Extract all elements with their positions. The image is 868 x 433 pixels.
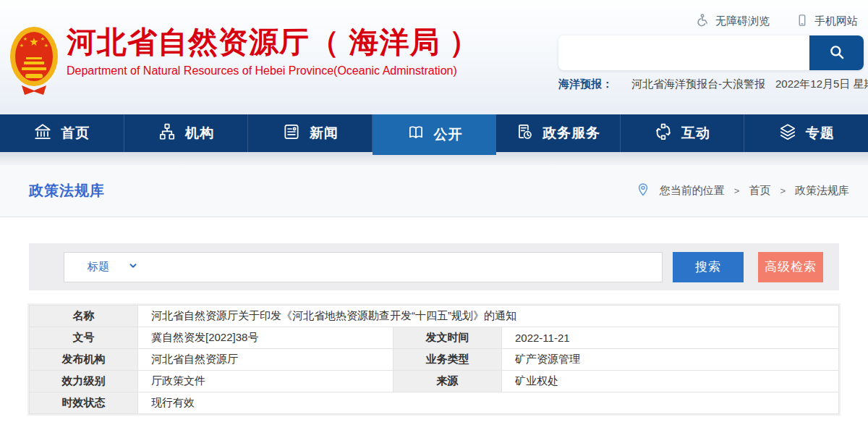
row-value: 河北省自然资源厅 — [138, 349, 393, 371]
forecast-label: 海洋预报： — [558, 77, 613, 91]
row-label: 业务类型 — [393, 349, 502, 371]
main-nav: 首页 机构 新闻 公开 — [0, 114, 868, 152]
row-label: 发布机构 — [30, 349, 138, 371]
nav-label: 机构 — [185, 124, 214, 143]
nav-label: 互动 — [681, 124, 710, 143]
row-value: 现行有效 — [138, 392, 839, 414]
breadcrumb: 您当前的位置 > 首页 > 政策法规库 — [636, 182, 849, 199]
nav-item-news[interactable]: 新闻 — [248, 114, 373, 152]
document-detail-table: 名称 河北省自然资源厅关于印发《河北省地热资源勘查开发“十四五”规划》的通知 文… — [29, 305, 839, 414]
row-value: 厅政策文件 — [138, 371, 393, 392]
mobile-site-label: 手机网站 — [814, 14, 858, 28]
mobile-site-link[interactable]: 手机网站 — [796, 13, 858, 30]
top-utility-links: 无障碍浏览 手机网站 — [695, 13, 858, 30]
breadcrumb-item-home[interactable]: 首页 — [749, 184, 770, 198]
breadcrumb-item-current[interactable]: 政策法规库 — [795, 184, 849, 198]
services-icon — [515, 122, 534, 145]
row-value: 河北省自然资源厅关于印发《河北省地热资源勘查开发“十四五”规划》的通知 — [138, 306, 839, 327]
nav-label: 政务服务 — [542, 124, 600, 143]
filter-search-input[interactable] — [138, 253, 662, 282]
site-title: 河北省自然资源厅（ 海洋局 ） — [67, 25, 480, 60]
table-row: 时效状态 现行有效 — [30, 392, 839, 414]
forecast-date: 2022年12月5日 星期一 — [775, 77, 868, 91]
ocean-forecast-bar: 海洋预报： 河北省海洋预报台-大浪警报 2022年12月5日 星期一 — [558, 77, 868, 91]
header-search — [558, 35, 864, 70]
main-content: 标题 搜索 高级检索 名称 河北省自然资源厅关于印发《河北省地热资源勘查开发“十… — [0, 217, 868, 414]
row-label: 文号 — [30, 327, 138, 349]
header-search-button[interactable] — [809, 35, 864, 70]
filter-box: 标题 — [64, 252, 663, 282]
nav-item-org[interactable]: 机构 — [124, 114, 249, 152]
site-brand[interactable]: ★ ★ ★ ★ ★ 河北省自然资源厅（ 海洋局 ） Department of … — [7, 23, 480, 100]
table-row: 名称 河北省自然资源厅关于印发《河北省地热资源勘查开发“十四五”规划》的通知 — [30, 306, 839, 327]
search-filter-band: 标题 搜索 高级检索 — [29, 243, 839, 290]
row-value: 矿产资源管理 — [502, 349, 839, 371]
brand-text: 河北省自然资源厅（ 海洋局 ） Department of Natural Re… — [67, 23, 480, 100]
nav-label: 新闻 — [310, 124, 339, 143]
svg-text:★: ★ — [41, 36, 45, 41]
row-label: 效力级别 — [30, 371, 138, 392]
breadcrumb-separator: > — [734, 185, 740, 196]
interact-icon — [654, 122, 673, 145]
nav-label: 公开 — [434, 125, 463, 144]
site-header: 无障碍浏览 手机网站 ★ ★ ★ ★ ★ — [0, 0, 868, 114]
row-value: 2022-11-21 — [502, 327, 839, 349]
news-icon — [282, 122, 301, 145]
topics-layers-icon — [778, 122, 797, 145]
table-row: 文号 冀自然资发[2022]38号 发文时间 2022-11-21 — [30, 327, 839, 349]
site-subtitle: Department of Natural Resources of Hebei… — [67, 64, 480, 77]
accessibility-link[interactable]: 无障碍浏览 — [695, 13, 770, 30]
nav-label: 专题 — [806, 124, 835, 143]
breadcrumb-location-label: 您当前的位置 — [660, 184, 725, 198]
row-label: 来源 — [393, 371, 502, 392]
accessibility-icon — [695, 13, 710, 30]
nav-item-interact[interactable]: 互动 — [621, 114, 745, 152]
chevron-down-icon — [128, 261, 138, 273]
field-select[interactable]: 标题 — [88, 260, 138, 274]
open-book-icon — [407, 124, 425, 146]
svg-text:★: ★ — [20, 43, 24, 48]
header-search-input[interactable] — [558, 35, 809, 70]
location-pin-icon — [636, 182, 650, 199]
accessibility-label: 无障碍浏览 — [715, 14, 770, 28]
national-emblem-logo: ★ ★ ★ ★ ★ — [7, 23, 61, 100]
svg-text:★: ★ — [29, 35, 38, 48]
field-select-label: 标题 — [88, 260, 109, 274]
org-icon — [158, 122, 176, 145]
nav-item-home[interactable]: 首页 — [0, 114, 124, 152]
nav-item-public[interactable]: 公开 — [373, 114, 496, 155]
search-button[interactable]: 搜索 — [673, 252, 744, 282]
nav-label: 首页 — [61, 124, 90, 143]
nav-item-topics[interactable]: 专题 — [744, 114, 868, 152]
row-value: 冀自然资发[2022]38号 — [138, 327, 393, 349]
search-icon — [827, 43, 846, 64]
table-row: 效力级别 厅政策文件 来源 矿业权处 — [30, 371, 839, 392]
mobile-phone-icon — [796, 13, 809, 30]
table-row: 发布机构 河北省自然资源厅 业务类型 矿产资源管理 — [30, 349, 839, 371]
svg-text:★: ★ — [44, 43, 48, 48]
breadcrumb-band: 政策法规库 您当前的位置 > 首页 > 政策法规库 — [0, 165, 868, 217]
advanced-search-button[interactable]: 高级检索 — [758, 252, 823, 282]
page-title: 政策法规库 — [29, 181, 105, 201]
row-label: 发文时间 — [393, 327, 502, 349]
breadcrumb-separator: > — [780, 185, 786, 196]
row-label: 时效状态 — [30, 392, 138, 414]
row-label: 名称 — [30, 306, 138, 327]
home-icon — [33, 122, 52, 145]
forecast-station-link[interactable]: 河北省海洋预报台-大浪警报 — [631, 77, 765, 91]
row-value: 矿业权处 — [502, 371, 839, 392]
nav-item-services[interactable]: 政务服务 — [496, 114, 621, 152]
svg-text:★: ★ — [23, 36, 27, 41]
